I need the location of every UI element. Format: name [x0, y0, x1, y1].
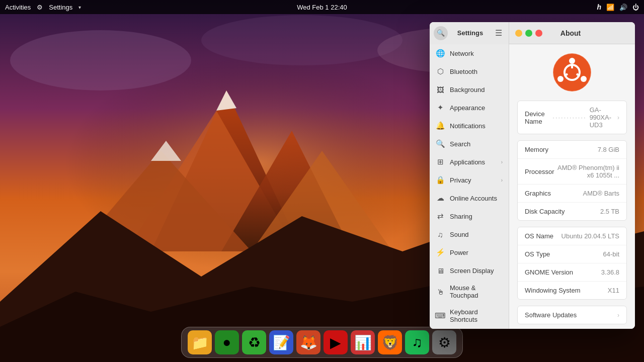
software-updates-row[interactable]: Software Updates › — [518, 306, 626, 324]
os-value-1: 64-bit — [603, 250, 619, 258]
sidebar-item-bluetooth[interactable]: ⬡Bluetooth — [430, 62, 509, 80]
dock-icon-files[interactable]: 📁 — [188, 330, 212, 354]
spec-row-3: Disk Capacity2.5 TB — [518, 203, 626, 220]
dock-icon-media[interactable]: ▶ — [324, 330, 348, 354]
dock-icon-stacer[interactable]: 📊 — [351, 330, 375, 354]
sharing-icon: ⇄ — [436, 212, 445, 221]
os-value-3: X11 — [608, 287, 619, 294]
sidebar-header: 🔍 Settings ☰ — [430, 22, 509, 44]
power-icon: ⚡ — [436, 248, 445, 257]
sidebar-item-sound[interactable]: ♫Sound — [430, 225, 509, 243]
network-icon: 🌐 — [436, 49, 445, 58]
software-updates-section: Software Updates › — [517, 306, 627, 324]
topbar-left: Activities ⚙ Settings ▾ — [5, 4, 81, 11]
privacy-label: Privacy — [450, 176, 496, 184]
os-label-2: GNOME Version — [525, 268, 573, 276]
spec-value-0: 7.8 GiB — [598, 146, 619, 153]
hp-icon[interactable]: h — [597, 3, 601, 11]
os-label-1: OS Type — [525, 250, 550, 258]
minimize-button[interactable]: – — [515, 30, 522, 37]
sidebar-item-mouse-touchpad[interactable]: 🖱Mouse & Touchpad — [430, 280, 509, 304]
sidebar-item-search[interactable]: 🔍Search — [430, 135, 509, 153]
os-info-section: OS NameUbuntu 20.04.5 LTSOS Type64-bitGN… — [517, 227, 627, 300]
device-name-value: GA-990XA-UD3 — [590, 106, 611, 129]
sidebar-title: Settings — [451, 29, 490, 37]
notifications-icon: 🔔 — [436, 121, 445, 130]
settings-gear-icon: ⚙ — [37, 4, 43, 11]
keyboard-shortcuts-label: Keyboard Shortcuts — [450, 308, 503, 323]
appearance-label: Appearance — [450, 104, 503, 112]
software-updates-arrow: › — [617, 312, 619, 319]
sidebar-item-background[interactable]: 🖼Background — [430, 80, 509, 99]
sidebar-item-power[interactable]: ⚡Power — [430, 243, 509, 261]
window-titlebar: 🔍 Settings ☰ – □ ✕ About — [430, 22, 635, 44]
topbar-datetime: Wed Feb 1 22:40 — [297, 4, 347, 11]
ubuntu-logo — [552, 52, 592, 93]
os-label-3: Windowing System — [525, 287, 581, 294]
device-name-dots: ············ — [552, 114, 586, 121]
desktop: Activities ⚙ Settings ▾ Wed Feb 1 22:40 … — [0, 0, 644, 362]
os-row-3: Windowing SystemX11 — [518, 282, 626, 299]
sidebar-item-privacy[interactable]: 🔒Privacy› — [430, 171, 509, 189]
sidebar-item-applications[interactable]: ⊞Applications› — [430, 153, 509, 171]
os-row-0: OS NameUbuntu 20.04.5 LTS — [518, 227, 626, 245]
os-value-0: Ubuntu 20.04.5 LTS — [561, 232, 619, 240]
hamburger-menu-button[interactable]: ☰ — [493, 27, 505, 39]
maximize-button[interactable]: □ — [525, 30, 532, 37]
close-button[interactable]: ✕ — [535, 30, 542, 37]
screen-display-icon: 🖥 — [436, 266, 445, 275]
search-icon: 🔍 — [436, 139, 445, 148]
window-body: 🌐Network⬡Bluetooth🖼Background✦Appearance… — [430, 44, 635, 329]
spec-label-1: Processor — [525, 168, 554, 175]
sidebar-item-appearance[interactable]: ✦Appearance — [430, 99, 509, 117]
sidebar-item-online-accounts[interactable]: ☁Online Accounts — [430, 189, 509, 207]
svg-point-17 — [569, 58, 575, 64]
settings-arrow-icon: ▾ — [78, 5, 81, 10]
mouse-touchpad-label: Mouse & Touchpad — [450, 284, 503, 299]
dock-icon-settings[interactable]: ⚙ — [432, 330, 456, 354]
privacy-icon: 🔒 — [436, 175, 445, 185]
screen-display-label: Screen Display — [450, 267, 503, 275]
notifications-label: Notifications — [450, 122, 503, 130]
sidebar-item-printers[interactable]: 🖨Printers — [430, 328, 509, 329]
online-accounts-label: Online Accounts — [450, 195, 503, 202]
search-button[interactable]: 🔍 — [434, 26, 448, 40]
settings-window: 🔍 Settings ☰ – □ ✕ About 🌐Network⬡Blueto… — [430, 22, 635, 329]
background-icon: 🖼 — [436, 85, 445, 94]
svg-point-18 — [581, 76, 587, 82]
sidebar-item-sharing[interactable]: ⇄Sharing — [430, 207, 509, 225]
network-label: Network — [450, 50, 503, 57]
sidebar-item-notifications[interactable]: 🔔Notifications — [430, 117, 509, 135]
os-row-1: OS Type64-bit — [518, 245, 626, 263]
sound-icon: ♫ — [436, 230, 445, 239]
settings-menu-label[interactable]: Settings — [49, 4, 72, 11]
about-panel: Device Name ············ GA-990XA-UD3 › … — [509, 44, 635, 329]
bluetooth-icon: ⬡ — [436, 67, 445, 76]
applications-label: Applications — [450, 158, 496, 166]
activities-label[interactable]: Activities — [5, 4, 31, 11]
dock-icon-trash[interactable]: ♻ — [242, 330, 266, 354]
specs-section: Memory7.8 GiBProcessorAMD® Phenom(tm) ii… — [517, 140, 627, 221]
ubuntu-logo-container — [517, 52, 627, 93]
applications-arrow: › — [501, 159, 503, 165]
dock-icon-green-app[interactable]: ● — [215, 330, 239, 354]
power-menu-icon[interactable]: ⏻ — [632, 4, 639, 11]
sidebar-item-network[interactable]: 🌐Network — [430, 44, 509, 62]
device-name-value-group: ············ GA-990XA-UD3 › — [552, 106, 619, 129]
volume-icon[interactable]: 🔊 — [619, 4, 627, 11]
sidebar-item-screen-display[interactable]: 🖥Screen Display — [430, 261, 509, 280]
network-status-icon[interactable]: 📶 — [606, 4, 614, 11]
bluetooth-label: Bluetooth — [450, 68, 503, 75]
dock-icon-writer[interactable]: 📝 — [269, 330, 293, 354]
dock-icon-spotify[interactable]: ♫ — [405, 330, 429, 354]
device-name-row[interactable]: Device Name ············ GA-990XA-UD3 › — [517, 101, 627, 134]
dock-icon-firefox[interactable]: 🦊 — [296, 330, 320, 354]
content-header: – □ ✕ About — [509, 22, 635, 44]
appearance-icon: ✦ — [436, 103, 445, 112]
device-name-arrow: › — [617, 114, 619, 121]
dock-icon-brave[interactable]: 🦁 — [378, 330, 402, 354]
sidebar-item-keyboard-shortcuts[interactable]: ⌨Keyboard Shortcuts — [430, 304, 509, 328]
topbar-right: h 📶 🔊 ⏻ — [597, 3, 639, 11]
keyboard-shortcuts-icon: ⌨ — [436, 311, 445, 320]
search-label: Search — [450, 140, 503, 148]
